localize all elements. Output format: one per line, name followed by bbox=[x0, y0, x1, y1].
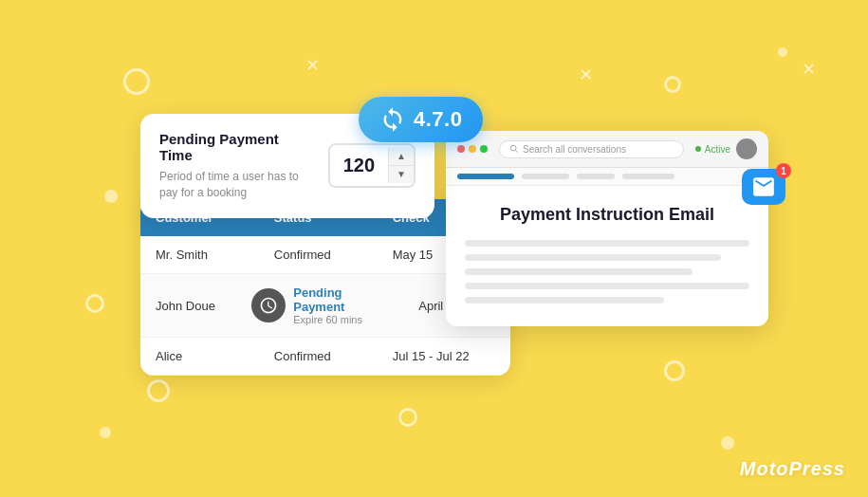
deco-circle-10 bbox=[778, 47, 787, 57]
deco-circle-6 bbox=[398, 408, 417, 427]
status-3: Confirmed bbox=[259, 338, 378, 375]
customer-name-1: Mr. Smith bbox=[140, 236, 259, 273]
status-dot bbox=[695, 146, 701, 152]
nav-strip-2 bbox=[577, 174, 615, 179]
pending-sub: Expire 60 mins bbox=[293, 314, 394, 325]
deco-circle-3 bbox=[85, 294, 104, 313]
main-container: ✕ ✕ ✕ ✕ 4.7.0 Pending Payment Time Perio… bbox=[0, 0, 868, 497]
status-1: Confirmed bbox=[259, 236, 378, 273]
clock-icon bbox=[259, 296, 278, 315]
browser-topbar: Search all conversations Active bbox=[446, 131, 768, 168]
nav-strip-active bbox=[457, 174, 514, 179]
brand-name: MotoPress bbox=[740, 458, 845, 480]
payment-time-value: 120 bbox=[330, 145, 388, 186]
deco-x-3: ✕ bbox=[802, 59, 816, 80]
customer-name-3: Alice bbox=[140, 338, 259, 375]
browser-dots bbox=[457, 145, 488, 153]
pending-cell: Pending Payment Expire 60 mins bbox=[236, 274, 403, 337]
email-icon bbox=[751, 177, 776, 196]
email-title: Payment Instruction Email bbox=[465, 205, 749, 225]
payment-time-text: Pending Payment Time Period of time a us… bbox=[159, 131, 313, 201]
increment-button[interactable]: ▲ bbox=[389, 148, 414, 166]
email-content-area: Payment Instruction Email bbox=[446, 186, 768, 326]
email-line-1 bbox=[465, 240, 749, 247]
email-badge: 1 bbox=[776, 163, 791, 178]
pending-label: Pending Payment bbox=[293, 285, 394, 314]
deco-circle-2 bbox=[104, 190, 118, 203]
browser-card: Search all conversations Active Payment … bbox=[446, 131, 768, 326]
dot-green bbox=[480, 145, 488, 153]
deco-x-2: ✕ bbox=[579, 64, 593, 85]
search-icon bbox=[509, 144, 519, 154]
check-3: Jul 15 - Jul 22 bbox=[378, 338, 510, 375]
dot-yellow bbox=[469, 145, 476, 153]
email-line-3 bbox=[465, 268, 693, 275]
deco-circle-7 bbox=[664, 360, 685, 381]
email-line-4 bbox=[465, 283, 749, 289]
deco-circle-8 bbox=[721, 436, 734, 450]
status-text: Active bbox=[705, 144, 730, 155]
payment-time-input[interactable]: 120 ▲ ▼ bbox=[328, 143, 416, 188]
email-notification[interactable]: 1 bbox=[742, 169, 785, 205]
browser-status: Active bbox=[695, 144, 730, 155]
decrement-button[interactable]: ▼ bbox=[389, 166, 414, 183]
version-badge: 4.7.0 bbox=[359, 97, 483, 142]
nav-strip-3 bbox=[622, 174, 674, 179]
deco-circle-4 bbox=[147, 379, 170, 402]
payment-time-title: Pending Payment Time bbox=[159, 131, 313, 163]
pending-icon bbox=[251, 288, 286, 322]
dot-red bbox=[457, 145, 465, 153]
deco-circle-1 bbox=[123, 68, 150, 95]
user-avatar bbox=[736, 138, 757, 159]
nav-strip-1 bbox=[522, 174, 569, 179]
browser-nav bbox=[446, 168, 768, 186]
deco-x-1: ✕ bbox=[305, 55, 320, 76]
customer-name-2: John Doue bbox=[140, 287, 236, 324]
table-row-3: Alice Confirmed Jul 15 - Jul 22 bbox=[140, 338, 510, 376]
email-icon-wrapper[interactable]: 1 bbox=[742, 169, 785, 205]
browser-search-bar[interactable]: Search all conversations bbox=[499, 140, 684, 158]
version-text: 4.7.0 bbox=[414, 107, 462, 132]
payment-time-desc: Period of time a user has to pay for a b… bbox=[159, 169, 313, 201]
pending-info: Pending Payment Expire 60 mins bbox=[293, 285, 394, 325]
sync-icon bbox=[379, 106, 406, 133]
deco-circle-9 bbox=[664, 76, 681, 93]
payment-time-arrows: ▲ ▼ bbox=[388, 148, 414, 183]
deco-circle-5 bbox=[100, 427, 111, 438]
email-line-2 bbox=[465, 254, 721, 261]
search-placeholder: Search all conversations bbox=[523, 144, 626, 155]
email-line-5 bbox=[465, 297, 664, 304]
